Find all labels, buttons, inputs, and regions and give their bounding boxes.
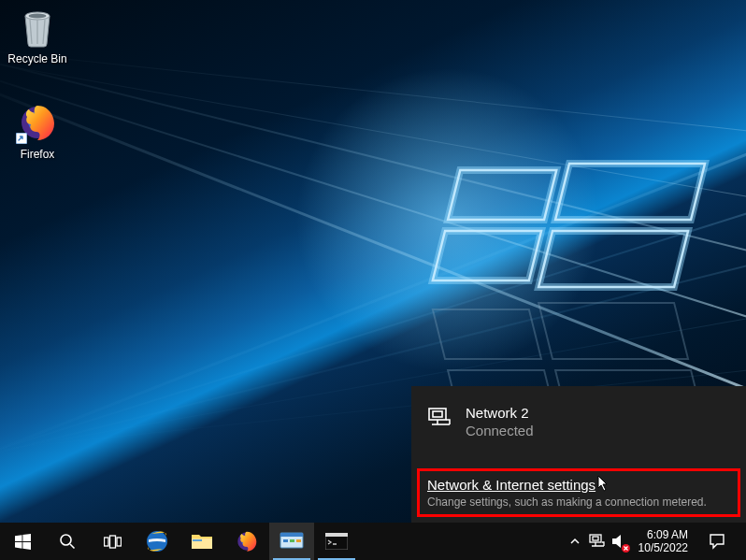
svg-rect-31	[290, 539, 294, 542]
tray-overflow-button[interactable]	[564, 523, 586, 560]
recycle-bin-desktop-icon[interactable]: Recycle Bin	[2, 6, 73, 65]
notification-icon	[709, 533, 725, 550]
svg-rect-21	[109, 536, 115, 548]
network-settings-subtitle: Change settings, such as making a connec…	[427, 495, 730, 509]
error-badge-icon	[622, 544, 630, 553]
clock-time: 6:09 AM	[647, 528, 688, 541]
terminal-icon	[325, 533, 348, 550]
file-explorer-icon	[191, 532, 213, 551]
network-entry[interactable]: Network 2 Connected	[426, 405, 733, 440]
clock-date: 10/5/2022	[638, 541, 688, 554]
svg-rect-18	[433, 411, 442, 417]
wallpaper-windows-logo	[426, 156, 725, 296]
taskbar-app-control-panel[interactable]	[269, 523, 314, 560]
svg-rect-29	[280, 533, 303, 537]
svg-rect-17	[429, 409, 446, 420]
svg-rect-30	[283, 539, 288, 542]
network-settings-title: Network & Internet settings	[427, 476, 730, 495]
network-status: Connected	[466, 423, 534, 440]
wallpaper-beam	[0, 47, 746, 184]
action-center-button[interactable]	[696, 533, 739, 550]
svg-rect-3	[538, 231, 688, 287]
svg-rect-1	[555, 164, 705, 220]
taskbar-spacer	[359, 523, 564, 560]
desktop[interactable]: Recycle Bin Fi	[0, 0, 746, 523]
network-name: Network 2	[466, 405, 534, 423]
recycle-bin-icon	[16, 6, 59, 49]
svg-rect-20	[104, 538, 108, 546]
svg-rect-10	[433, 309, 541, 359]
network-flyout: Network 2 Connected Network & Internet s…	[411, 386, 746, 523]
firefox-icon	[236, 530, 258, 553]
task-view-icon	[104, 535, 122, 549]
taskbar-app-firefox[interactable]	[224, 523, 269, 560]
search-icon	[59, 533, 76, 550]
tray-network-button[interactable]	[586, 523, 609, 560]
control-panel-icon	[280, 532, 304, 551]
windows-logo-icon	[15, 534, 31, 550]
svg-rect-16	[16, 133, 27, 144]
svg-rect-32	[296, 539, 301, 542]
network-settings-link[interactable]: Network & Internet settings Change setti…	[427, 476, 730, 510]
svg-rect-11	[538, 303, 688, 359]
svg-rect-5	[555, 164, 705, 220]
svg-point-13	[29, 13, 47, 18]
ethernet-icon	[426, 405, 452, 427]
ethernet-icon	[589, 534, 606, 549]
firefox-label: Firefox	[2, 148, 73, 161]
taskbar-clock[interactable]: 6:09 AM 10/5/2022	[631, 528, 696, 555]
system-tray: 6:09 AM 10/5/2022	[564, 523, 746, 560]
taskbar: 6:09 AM 10/5/2022	[0, 523, 746, 560]
annotation-highlight: Network & Internet settings Change setti…	[417, 468, 740, 518]
recycle-bin-label: Recycle Bin	[2, 52, 73, 65]
svg-rect-6	[433, 231, 541, 280]
start-button[interactable]	[0, 523, 45, 560]
svg-rect-7	[538, 231, 688, 287]
task-view-button[interactable]	[90, 523, 135, 560]
svg-point-19	[61, 535, 71, 545]
svg-rect-0	[448, 170, 556, 220]
taskbar-app-terminal[interactable]	[314, 523, 359, 560]
svg-rect-22	[117, 538, 122, 546]
wallpaper-beam	[0, 56, 746, 284]
firefox-desktop-icon[interactable]: Firefox	[2, 101, 73, 161]
svg-rect-4	[448, 170, 556, 220]
svg-rect-25	[193, 539, 202, 541]
svg-rect-34	[325, 533, 348, 537]
svg-rect-35	[590, 535, 601, 542]
ie-icon	[144, 528, 170, 554]
taskbar-app-file-explorer[interactable]	[179, 523, 224, 560]
wallpaper-beam	[0, 51, 746, 370]
tray-volume-button[interactable]	[609, 523, 631, 560]
firefox-icon	[16, 101, 59, 144]
search-button[interactable]	[45, 523, 90, 560]
chevron-up-icon	[569, 536, 581, 547]
taskbar-app-ie[interactable]	[135, 523, 179, 560]
svg-rect-36	[593, 537, 598, 540]
svg-rect-2	[433, 231, 541, 280]
